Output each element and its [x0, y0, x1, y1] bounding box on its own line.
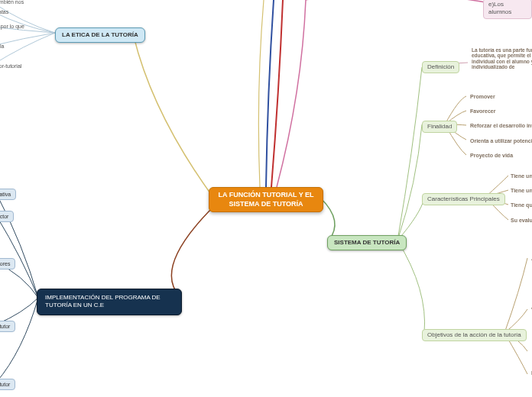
impl-node[interactable]: IMPLEMENTACIÓN DEL PROGRAMA DE TUTORÍA E… — [37, 289, 182, 315]
center-node[interactable]: LA FUNCIÓN TUTORIAL Y EL SISTEMA DE TUTO… — [209, 187, 323, 212]
caract-item: Tiene que — [508, 202, 532, 208]
objetivos-node[interactable]: Objetivos de la acción de la tutoría — [422, 329, 527, 341]
center-title: LA FUNCIÓN TUTORIAL Y EL SISTEMA DE TUTO… — [218, 191, 313, 208]
objetivos-label: Objetivos de la acción de la tutoría — [427, 331, 521, 338]
obj-item: V — [529, 306, 532, 313]
obj-item: A — [529, 255, 532, 262]
definicion-text: La tutoría es una parte fundamental educ… — [469, 47, 532, 70]
finalidad-item: Orienta a utilizar potencial — [468, 137, 532, 144]
finalidad-item: Promover — [468, 93, 498, 100]
ethics-leaf: ue por lo que — [0, 23, 27, 30]
caract-item: Tiene un c — [508, 187, 532, 194]
definicion-node[interactable]: Definición — [422, 61, 459, 73]
finalidad-label: Finalidad — [427, 123, 452, 130]
impl-leaf[interactable]: al tutor — [0, 321, 15, 332]
top-right-node[interactable]: e)Los alumnos — [483, 0, 532, 19]
impl-leaf[interactable]: irector — [0, 211, 14, 222]
top-right-label: e)Los alumnos — [488, 1, 511, 15]
impl-title: IMPLEMENTACIÓN DEL PROGRAMA DE TUTORÍA E… — [45, 294, 161, 308]
caract-item: Tiene un c — [508, 173, 532, 179]
finalidad-item: Reforzar el desarrollo integ — [468, 122, 532, 129]
impl-leaf[interactable]: tutores — [0, 258, 15, 270]
caracteristicas-node[interactable]: Características Principales — [422, 193, 505, 205]
system-title: SISTEMA DE TUTORÍA — [334, 239, 400, 246]
finalidad-item: Favorecer — [468, 108, 498, 115]
obj-item: L — [529, 370, 532, 376]
finalidad-node[interactable]: Finalidad — [422, 121, 457, 133]
ethics-title: LA ETICA DE LA TUTORÍA — [62, 31, 138, 38]
impl-leaf[interactable]: ucativa — [0, 189, 16, 200]
ethics-leaf: también nos — [0, 0, 26, 5]
ethics-node[interactable]: LA ETICA DE LA TUTORÍA — [55, 27, 145, 43]
caracteristicas-label: Características Principales — [427, 195, 500, 202]
ethics-leaf: atas — [0, 8, 11, 15]
ethics-leaf: la — [0, 43, 6, 50]
system-node[interactable]: SISTEMA DE TUTORÍA — [327, 235, 407, 250]
definicion-label: Definición — [427, 63, 454, 70]
ethics-leaf: ador-tutorial — [0, 63, 24, 69]
impl-leaf[interactable]: al tutor — [0, 379, 15, 390]
caract-item: Su evalua — [508, 217, 532, 224]
finalidad-item: Proyecto de vida — [468, 152, 515, 159]
